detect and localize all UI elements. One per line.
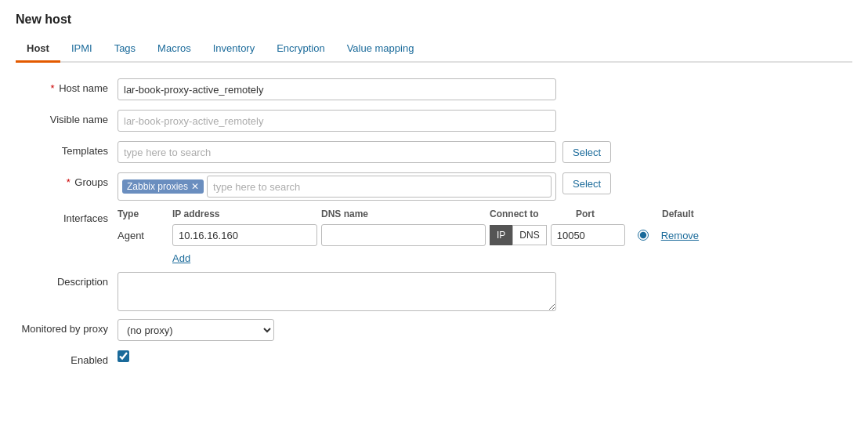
add-interface-wrap: Add: [118, 252, 717, 264]
templates-select-button[interactable]: Select: [562, 141, 611, 163]
iface-header-default: Default: [662, 208, 717, 219]
required-indicator: *: [50, 82, 54, 94]
interface-row-agent: Agent IP DNS Remove: [118, 224, 717, 246]
connect-to-buttons: IP DNS: [490, 225, 547, 245]
monitored-row: Monitored by proxy (no proxy): [16, 319, 852, 343]
group-tag-zabbix-proxies: Zabbix proxies ✕: [122, 179, 204, 194]
tab-inventory[interactable]: Inventory: [202, 36, 266, 63]
monitored-proxy-select[interactable]: (no proxy): [118, 319, 274, 341]
interfaces-label: Interfaces: [16, 208, 118, 224]
connect-ip-button[interactable]: IP: [490, 225, 512, 245]
visible-name-field: [118, 110, 852, 132]
description-label: Description: [16, 272, 118, 288]
visible-name-input[interactable]: [118, 110, 556, 132]
enabled-checkbox[interactable]: [118, 350, 129, 362]
visible-name-row: Visible name: [16, 110, 852, 133]
groups-search-input[interactable]: [207, 176, 552, 198]
iface-port-input[interactable]: [551, 224, 625, 246]
iface-default-radio-wrap: [631, 230, 655, 241]
iface-header-type: Type: [118, 208, 172, 219]
tab-ipmi[interactable]: IPMI: [60, 36, 103, 63]
host-name-label: * Host name: [16, 78, 118, 94]
visible-name-label: Visible name: [16, 110, 118, 125]
host-name-row: * Host name: [16, 78, 852, 102]
groups-field: Zabbix proxies ✕ Select: [118, 172, 852, 201]
tab-bar: Host IPMI Tags Macros Inventory Encrypti…: [16, 36, 852, 63]
group-tag-remove-button[interactable]: ✕: [191, 182, 199, 191]
iface-header-dns: DNS name: [321, 208, 490, 219]
tab-host[interactable]: Host: [16, 36, 60, 63]
description-row: Description: [16, 272, 852, 311]
group-tag-label: Zabbix proxies: [127, 181, 188, 192]
groups-row: * Groups Zabbix proxies ✕ Select: [16, 172, 852, 201]
connect-dns-button[interactable]: DNS: [512, 225, 546, 245]
iface-header-port: Port: [576, 208, 662, 219]
interfaces-header: Type IP address DNS name Connect to Port…: [118, 208, 717, 219]
enabled-field: [118, 350, 852, 362]
iface-type: Agent: [118, 230, 172, 241]
groups-label: * Groups: [16, 172, 118, 188]
enabled-label: Enabled: [16, 350, 118, 366]
tab-value-mapping[interactable]: Value mapping: [336, 36, 425, 63]
groups-select-button[interactable]: Select: [562, 172, 611, 194]
host-name-field: [118, 78, 852, 100]
templates-search-input[interactable]: [118, 141, 556, 163]
templates-field: Select: [118, 141, 852, 163]
tab-encryption[interactable]: Encryption: [266, 36, 335, 63]
tab-macros[interactable]: Macros: [146, 36, 202, 63]
groups-required-indicator: *: [67, 176, 71, 188]
host-name-input[interactable]: [118, 78, 556, 100]
iface-ip-input[interactable]: [172, 224, 317, 246]
templates-row: Templates Select: [16, 141, 852, 165]
iface-dns-input[interactable]: [321, 224, 486, 246]
iface-header-ip: IP address: [172, 208, 321, 219]
enabled-row: Enabled: [16, 350, 852, 374]
monitored-label: Monitored by proxy: [16, 319, 118, 335]
add-interface-link[interactable]: Add: [172, 252, 190, 264]
description-textarea[interactable]: [118, 272, 556, 311]
groups-tags-container[interactable]: Zabbix proxies ✕: [118, 172, 556, 201]
tab-tags[interactable]: Tags: [103, 36, 146, 63]
interfaces-row: Interfaces Type IP address DNS name Conn…: [16, 208, 852, 264]
monitored-field: (no proxy): [118, 319, 852, 341]
interfaces-section: Type IP address DNS name Connect to Port…: [118, 208, 717, 264]
page-title: New host: [16, 13, 852, 27]
templates-label: Templates: [16, 141, 118, 157]
iface-remove-link[interactable]: Remove: [661, 230, 699, 241]
host-form: * Host name Visible name Templates Selec…: [16, 78, 852, 374]
iface-default-radio[interactable]: [638, 230, 649, 241]
description-field: [118, 272, 852, 311]
iface-header-connect: Connect to: [490, 208, 576, 219]
